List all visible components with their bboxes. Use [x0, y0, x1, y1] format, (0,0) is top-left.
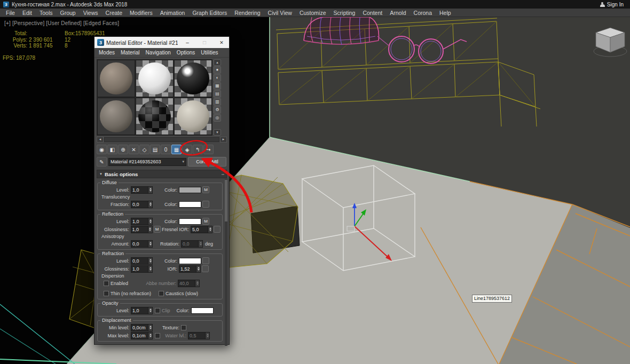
me-menu-navigation[interactable]: Navigation: [143, 49, 174, 57]
video-color-check-icon[interactable]: ▥: [214, 98, 221, 106]
app-menu-help[interactable]: Help: [436, 9, 455, 17]
sample-slot-concrete-tan[interactable]: [97, 98, 135, 135]
reflection-color-swatch[interactable]: [179, 218, 201, 225]
background-icon[interactable]: ▦: [214, 82, 221, 90]
spinner-arrows-icon[interactable]: [206, 332, 210, 339]
slot-scroll-track[interactable]: [104, 137, 219, 142]
minimize-button[interactable]: –: [180, 37, 195, 48]
reflection-glossiness-spinner[interactable]: 1,0: [131, 226, 153, 233]
slot-scroll-up-icon[interactable]: ▲: [214, 59, 221, 66]
ior-map-button[interactable]: [202, 265, 209, 272]
spinner-arrows-icon[interactable]: [196, 265, 201, 273]
caustics-checkbox[interactable]: [159, 291, 164, 296]
pick-material-eyedropper-icon[interactable]: ✎: [97, 157, 107, 167]
maximize-button[interactable]: □: [197, 37, 212, 48]
spinner-arrows-icon[interactable]: [208, 226, 212, 233]
displacement-texture-checkbox[interactable]: [181, 325, 186, 330]
app-menu-create[interactable]: Create: [102, 9, 127, 17]
displacement-max-spinner[interactable]: 0,1cm: [131, 332, 153, 339]
spinner-arrows-icon[interactable]: [195, 280, 200, 287]
close-button[interactable]: ✕: [214, 37, 229, 48]
slot-scroll-left-icon[interactable]: ◄: [97, 137, 104, 143]
spinner-arrows-icon[interactable]: [148, 332, 153, 339]
me-tool-put-to-library[interactable]: ▤: [150, 145, 160, 154]
fraction-spinner[interactable]: 0,0: [131, 201, 153, 208]
material-type-button[interactable]: CoronaMtl: [188, 157, 226, 167]
spinner-arrows-icon[interactable]: [199, 240, 203, 248]
me-menu-utilities[interactable]: Utilities: [198, 49, 220, 57]
sample-slot-white-glossy[interactable]: [136, 60, 174, 97]
app-menu-content[interactable]: Content: [359, 9, 386, 17]
app-menu-tools[interactable]: Tools: [36, 9, 57, 17]
translucency-color-swatch[interactable]: [179, 201, 201, 208]
me-menu-options[interactable]: Options: [174, 49, 198, 57]
reflection-map-button[interactable]: M: [202, 218, 209, 225]
app-menu-modifiers[interactable]: Modifiers: [126, 9, 156, 17]
slot-scroll-down-icon[interactable]: ▼: [214, 129, 221, 136]
spinner-arrows-icon[interactable]: [148, 201, 153, 208]
sample-type-icon[interactable]: ●: [214, 66, 221, 74]
app-menu-customize[interactable]: Customize: [296, 9, 330, 17]
me-tool-show-end-result[interactable]: ◈: [182, 145, 192, 154]
me-tool-go-to-parent[interactable]: ↰: [193, 145, 203, 154]
thin-refraction-checkbox[interactable]: [104, 291, 109, 296]
app-menu-arnold[interactable]: Arnold: [386, 9, 410, 17]
app-menu-rendering[interactable]: Rendering: [231, 9, 264, 17]
abbe-number-spinner[interactable]: 40,0: [178, 280, 200, 287]
select-by-material-icon[interactable]: ◎: [214, 114, 221, 122]
me-tool-assign-material-to-selection[interactable]: ⊕: [118, 145, 128, 154]
app-menu-scripting[interactable]: Scripting: [330, 9, 359, 17]
slot-scroll-right-icon[interactable]: ►: [220, 137, 227, 143]
diffuse-map-button[interactable]: M: [202, 186, 209, 193]
opacity-level-spinner[interactable]: 1,0: [131, 307, 153, 314]
diffuse-color-swatch[interactable]: [179, 187, 201, 193]
fresnel-map-button[interactable]: [214, 226, 220, 233]
sample-slot-dark-checker[interactable]: [136, 98, 174, 135]
spinner-arrows-icon[interactable]: [148, 240, 153, 248]
water-level-spinner[interactable]: 0,5: [188, 332, 210, 339]
rollout-scrollbar-thumb[interactable]: [225, 180, 227, 221]
app-menu-edit[interactable]: Edit: [19, 9, 36, 17]
basic-options-rollout-header[interactable]: ▼ Basic options ▪▪: [97, 170, 227, 178]
app-menu-group[interactable]: Group: [57, 9, 80, 17]
opacity-clip-checkbox[interactable]: [155, 308, 160, 313]
spinner-arrows-icon[interactable]: [148, 218, 153, 225]
slot-horizontal-scrollbar[interactable]: ◄ ►: [97, 137, 227, 143]
material-editor-titlebar[interactable]: 3 Material Editor - Material #214693... …: [94, 37, 229, 48]
me-tool-go-forward-to-sibling[interactable]: ↪: [203, 145, 214, 154]
app-menu-civil-view[interactable]: Civil View: [264, 9, 296, 17]
sample-slot-concrete-gray[interactable]: [97, 60, 135, 97]
me-tool-get-material[interactable]: ◉: [97, 145, 107, 154]
anisotropy-rotation-spinner[interactable]: 0,0: [181, 240, 203, 248]
diffuse-level-spinner[interactable]: 1,0: [131, 186, 153, 194]
me-tool-make-material-copy[interactable]: ◇: [139, 145, 149, 154]
me-menu-modes[interactable]: Modes: [96, 49, 117, 57]
refraction-glossiness-spinner[interactable]: 1,0: [131, 265, 153, 273]
me-menu-material[interactable]: Material: [118, 49, 143, 57]
refraction-map-button[interactable]: [202, 257, 209, 264]
rollout-scrollbar[interactable]: [225, 179, 227, 346]
sign-in-button[interactable]: Sign In: [597, 2, 627, 7]
refraction-level-spinner[interactable]: 0,0: [131, 257, 153, 265]
ior-spinner[interactable]: 1,52: [179, 265, 201, 273]
material-name-dropdown[interactable]: Material #21469352603 ▾: [108, 158, 186, 166]
app-menu-graph-editors[interactable]: Graph Editors: [188, 9, 231, 17]
me-tool-put-material-to-scene[interactable]: ◧: [107, 145, 117, 154]
reflection-level-spinner[interactable]: 1,0: [131, 218, 153, 225]
refraction-color-swatch[interactable]: [179, 258, 201, 264]
dispersion-enabled-checkbox[interactable]: [104, 281, 109, 286]
spinner-arrows-icon[interactable]: [148, 265, 153, 273]
spinner-arrows-icon[interactable]: [148, 226, 153, 233]
opacity-color-swatch[interactable]: [191, 307, 214, 314]
options-icon[interactable]: ⚙: [214, 106, 221, 114]
me-tool-reset-material[interactable]: ✕: [129, 145, 139, 154]
app-menu-corona[interactable]: Corona: [410, 9, 436, 17]
spinner-arrows-icon[interactable]: [148, 257, 153, 265]
app-menu-file[interactable]: File: [2, 9, 19, 17]
spinner-arrows-icon[interactable]: [148, 324, 153, 331]
sample-uv-tiling-icon[interactable]: ▤: [214, 90, 221, 98]
viewport-label[interactable]: [+] [Perspective] [User Defined] [Edged …: [4, 20, 119, 26]
app-menu-animation[interactable]: Animation: [156, 9, 189, 17]
me-tool-material-id-channel[interactable]: 0: [161, 145, 171, 154]
sample-slot-speckled-light[interactable]: [174, 98, 212, 135]
